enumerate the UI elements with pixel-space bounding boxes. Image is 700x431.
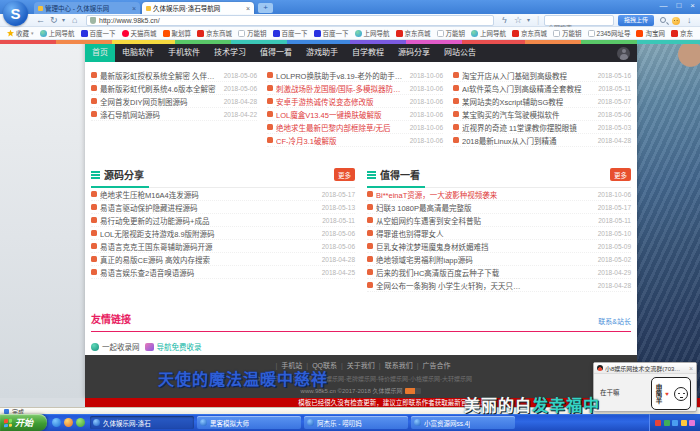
avatar[interactable]: [617, 47, 630, 60]
minimize-button[interactable]: —: [659, 1, 667, 10]
browser-tab-admin[interactable]: 管理中心 - 久体娱乐网 ×: [34, 2, 140, 14]
tray-icon[interactable]: [655, 420, 661, 426]
list-item[interactable]: 后来的我们HC高清版百度云种子下载 2018-04-29: [367, 266, 631, 279]
list-item[interactable]: 易语言娱乐查2语音嗅语源码 2018-04-25: [91, 266, 355, 279]
favorite-star-icon[interactable]: ☆: [514, 14, 522, 27]
popup-close-icon[interactable]: ×: [689, 365, 693, 372]
nav-item[interactable]: 首页: [85, 44, 115, 62]
more-button[interactable]: 更多: [610, 168, 631, 181]
bookmark-item[interactable]: 京东商城: [393, 28, 434, 38]
list-item[interactable]: 2018最新Linux从入门到精通 2018-04-28: [453, 134, 631, 147]
nav-item[interactable]: 网站公告: [437, 44, 483, 62]
list-item[interactable]: 涤石导航网站源码 2018-04-22: [91, 108, 257, 121]
smiley-icon[interactable]: [672, 17, 680, 25]
list-item[interactable]: 易语言驱动保护隐藏进程源码 2018-05-13: [91, 201, 355, 214]
bookmark-item[interactable]: 百度一下: [270, 28, 311, 38]
tray-icon[interactable]: [672, 420, 678, 426]
list-item[interactable]: 某网站卖的Xscript辅助SG教程 2018-05-07: [453, 95, 631, 108]
list-item[interactable]: 全网首发DIY网页制图源码 2018-04-28: [91, 95, 257, 108]
new-tab-button[interactable]: +: [258, 3, 273, 13]
footer-link[interactable]: 联系我们: [375, 360, 413, 370]
back-icon[interactable]: ←: [36, 14, 45, 27]
list-item[interactable]: 刺激战场卧龙国服/国际-多模拟器防头盔圈 2018-10-06: [267, 82, 443, 95]
maximize-button[interactable]: □: [676, 1, 681, 10]
footer-link[interactable]: 关于我们: [337, 360, 375, 370]
nav-item[interactable]: 值得一看: [253, 44, 299, 62]
bookmark-item[interactable]: 收藏: [4, 28, 37, 38]
bookmark-item[interactable]: 天猫商城: [119, 28, 160, 38]
list-item[interactable]: 从空姐网约车遇害到安全科普贴 2018-05-11: [367, 214, 631, 227]
sogou-logo-icon[interactable]: S: [3, 1, 28, 26]
bookmark-item[interactable]: 万能钥: [434, 28, 469, 38]
list-item[interactable]: AI软件菜鸟入门到高级精通全套教程 2018-05-11: [453, 82, 631, 95]
browser-tab-active[interactable]: 久体娱乐网·涤石导航网 ×: [142, 2, 254, 14]
nav-item[interactable]: 游戏助手: [299, 44, 345, 62]
list-item[interactable]: 易语言克克王国东哥辅助源码开源 2018-05-06: [91, 240, 355, 253]
list-item[interactable]: 近视界的奇迹 11堂课教你摆脱眼镜 2018-05-03: [453, 121, 631, 134]
list-item[interactable]: 妇联3 1080P最高清最完整版 2018-05-17: [367, 201, 631, 214]
list-item[interactable]: 绝地求生压枪M16A4连发源码 2018-05-17: [91, 188, 355, 201]
bookmark-item[interactable]: 万能钥: [550, 28, 585, 38]
list-item[interactable]: 真正的易版CE源码 高效内存搜索 2018-04-28: [91, 253, 355, 266]
list-item[interactable]: 得罪谁也别得罪女人 2018-05-10: [367, 227, 631, 240]
ie-quicklaunch-icon[interactable]: [52, 418, 61, 427]
list-item[interactable]: Bi**einaT资源，一大波影种视频袭来 2018-10-06: [367, 188, 631, 201]
footer-link[interactable]: 广告合作: [413, 360, 451, 370]
bookmark-item[interactable]: 京东商城: [194, 28, 235, 38]
more-button[interactable]: 更多: [334, 168, 355, 181]
task-button[interactable]: 久体娱乐网-涤石: [90, 416, 194, 429]
lightning-icon[interactable]: ϟ: [502, 14, 507, 27]
refresh-icon[interactable]: ↻: [50, 14, 58, 27]
list-item[interactable]: 安卓手游热诚传说变态修改版 2018-10-06: [267, 95, 443, 108]
tab-close-icon[interactable]: ×: [246, 5, 250, 12]
list-item[interactable]: LOL无限视距支持游戏8.9版附源码 2018-05-06: [91, 227, 355, 240]
list-item[interactable]: 全网公布一条狗狗 小学生火轩狗，天天只… 2018-04-28: [367, 279, 631, 292]
address-bar[interactable]: http://www.98k5.cn/: [86, 15, 494, 26]
list-item[interactable]: 某宝购买的汽车驾驶模拟软件 2018-05-06: [453, 108, 631, 121]
app-quicklaunch-icon[interactable]: [64, 418, 73, 427]
close-button[interactable]: ×: [690, 1, 695, 10]
list-item[interactable]: LOLPRO换肤助手v8.19-老外的助手更新了 2018-10-06: [267, 69, 443, 82]
start-button[interactable]: 开始: [0, 414, 47, 431]
task-button[interactable]: 黑客模拟大师: [197, 416, 301, 429]
download-icon[interactable]: ↓: [687, 14, 692, 27]
nav-item[interactable]: 源码分享: [391, 44, 437, 62]
tray-icon[interactable]: [681, 420, 687, 426]
bookmark-item[interactable]: 上网导航: [37, 28, 78, 38]
bookmark-item[interactable]: 京东商城: [509, 28, 550, 38]
list-item[interactable]: 最新版彩虹授权系统全解密 久伴花钱买的… 2018-05-06: [91, 69, 257, 82]
list-item[interactable]: 巨乳女神沈梦瑶魔鬼身材妖媚难挡 2018-05-09: [367, 240, 631, 253]
list-item[interactable]: CF-冷月3.1破解版 2018-10-06: [267, 134, 443, 147]
nav-item[interactable]: 技术学习: [207, 44, 253, 62]
bookmark-item[interactable]: 百度一下: [78, 28, 119, 38]
bookmark-item[interactable]: 淘宝网: [633, 28, 668, 38]
bookmark-item[interactable]: 上网导航: [352, 28, 393, 38]
bookmark-item[interactable]: 上网导航: [468, 28, 509, 38]
tab-close-icon[interactable]: ×: [132, 5, 136, 12]
tray-icon[interactable]: [664, 420, 670, 426]
chevron-down-icon[interactable]: ▾: [527, 14, 530, 27]
bookmark-item[interactable]: 2345网址导: [585, 28, 634, 38]
list-item[interactable]: 绝地求生最新巴黎内部框除草/无后 2018-10-06: [267, 121, 443, 134]
bookmark-item[interactable]: 百度一下: [311, 28, 352, 38]
nav-item[interactable]: 电脑软件: [115, 44, 161, 62]
nav-item[interactable]: 自学教程: [345, 44, 391, 62]
nav-item[interactable]: 手机软件: [161, 44, 207, 62]
chevron-down-icon[interactable]: ▾: [62, 14, 65, 27]
list-item[interactable]: 最新版彩虹代刷系统4.6版本全解密 2018-05-06: [91, 82, 257, 95]
list-item[interactable]: LOL魔盒V13.45一键换肤破解版 2018-10-06: [267, 108, 443, 121]
friend-link[interactable]: 一起收录网: [91, 341, 140, 352]
home-icon[interactable]: ⌂: [72, 14, 77, 27]
list-item[interactable]: 淘宝开店从入门基础到高级教程 2018-05-16: [453, 69, 631, 82]
bookmark-item[interactable]: 聚划算: [160, 28, 195, 38]
contact-webmaster-link[interactable]: 联系&站长: [598, 316, 631, 326]
search-icon[interactable]: [660, 17, 666, 23]
task-button[interactable]: 阿杰乐 - 唠叨妈: [304, 416, 408, 429]
tray-icon[interactable]: [689, 420, 695, 426]
list-item[interactable]: 易行动免更新的过功能源码+成品 2018-05-11: [91, 214, 355, 227]
app-quicklaunch-icon[interactable]: [76, 418, 85, 427]
bookmark-item[interactable]: 京东: [668, 28, 696, 38]
list-item[interactable]: 绝地领域宅男福利附iapp源码 2018-05-02: [367, 253, 631, 266]
popup-title-bar[interactable]: 小8娱乐网技术交流群(703… ×: [594, 363, 696, 374]
bookmark-item[interactable]: 万能钥: [235, 28, 270, 38]
